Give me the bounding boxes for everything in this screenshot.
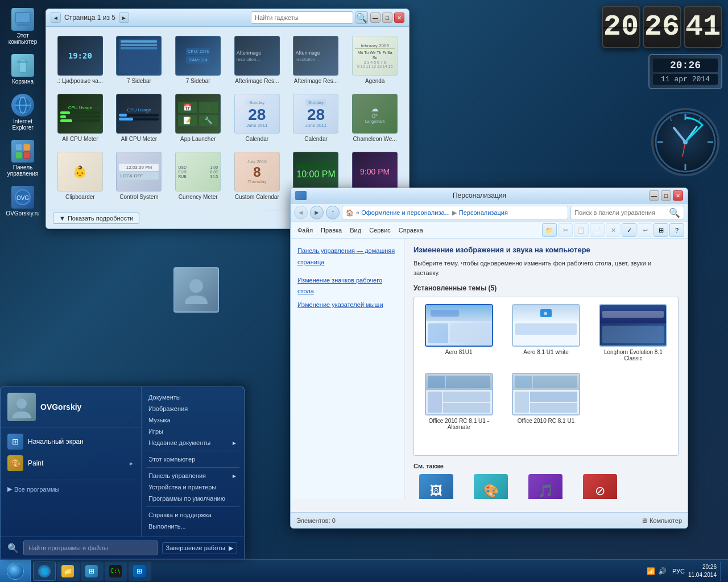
toolbar-btn-cut[interactable]: ✂ bbox=[558, 223, 573, 237]
taskbar-clock[interactable]: 20:26 11.04.2014 bbox=[688, 563, 717, 579]
pers-menu-edit[interactable]: Правка bbox=[317, 226, 345, 235]
gadget-item-7sidebar-1[interactable]: 7 Sidebar bbox=[112, 34, 167, 87]
desktop-icon-computer[interactable]: Этот компьютер bbox=[6, 6, 40, 47]
gadget-item-all-cpu-2[interactable]: CPU Usage All CPU Meter bbox=[112, 92, 167, 145]
taskbar-store-icon: ⊞ bbox=[85, 565, 98, 577]
gadget-item-agenda[interactable]: february 2009 Mo Tu We Th Fr Sa Su 2 3 4… bbox=[348, 34, 402, 87]
pers-breadcrumb-link-1[interactable]: « Оформление и персонализа... bbox=[356, 209, 450, 216]
desktop-icon-ie[interactable]: Internet Explorer bbox=[6, 92, 40, 133]
gadget-item-afterimage-1[interactable]: Afterimage resolution... Afterimage Res.… bbox=[230, 34, 284, 87]
pers-forward-btn[interactable]: ► bbox=[310, 206, 324, 219]
gadgets-maximize-btn[interactable]: □ bbox=[382, 13, 392, 23]
start-right-run[interactable]: Выполнить... bbox=[142, 521, 244, 532]
start-user-section: OVGorskiy bbox=[1, 387, 141, 427]
pers-sidebar-mouse-link[interactable]: Изменение указателей мыши bbox=[297, 300, 397, 311]
gadgets-search-input[interactable] bbox=[251, 11, 353, 24]
gadget-item-digital-clock[interactable]: 19:20 .: Цифровые ча... bbox=[53, 34, 107, 87]
gadget-item-clipboarder[interactable]: 👶 Clipboarder bbox=[53, 149, 107, 203]
theme-item-office1[interactable]: Office 2010 RC 8.1 U1 - Alternate bbox=[419, 371, 499, 433]
gadgets-close-btn[interactable]: ✕ bbox=[394, 13, 404, 23]
gadget-item-app-launcher[interactable]: 📅 ⚙ 📝 🔧 App Launcher bbox=[171, 92, 225, 145]
start-right-documents[interactable]: Документы bbox=[142, 392, 244, 403]
taskbar-item-win8[interactable]: ⊞ bbox=[129, 562, 151, 581]
pers-maximize-btn[interactable]: □ bbox=[661, 190, 671, 201]
gadgets-next-btn[interactable]: ► bbox=[119, 13, 129, 23]
theme-item-office2[interactable]: Office 2010 RC 8.1 U1 bbox=[506, 371, 586, 433]
theme-item-aero8white[interactable]: ⊞ Aero 8.1 U1 white bbox=[506, 302, 586, 364]
pers-titlebar: Персонализация — □ ✕ bbox=[291, 188, 688, 203]
tray-volume-icon[interactable]: 🔊 bbox=[658, 567, 667, 575]
pers-minimize-btn[interactable]: — bbox=[649, 190, 659, 201]
desktop-icon-link[interactable]: OVG OVGorskiy.ru bbox=[6, 184, 40, 219]
start-right-run-label: Выполнить... bbox=[148, 523, 186, 530]
toolbar-btn-help2[interactable]: ? bbox=[669, 223, 684, 237]
start-search-input[interactable] bbox=[23, 541, 158, 555]
start-button[interactable] bbox=[0, 560, 31, 583]
start-right-images[interactable]: Изображения bbox=[142, 403, 244, 414]
pers-close-btn[interactable]: ✕ bbox=[673, 190, 683, 201]
gadgets-search-button[interactable]: 🔍 bbox=[355, 11, 368, 24]
gadget-item-calendar-1[interactable]: Sunday 28 June 2011 Calendar bbox=[230, 92, 284, 145]
theme-item-aero81u1[interactable]: Aero 81U1 bbox=[419, 302, 499, 364]
pers-sidebar-home-link[interactable]: Панель управления — домашняя страница bbox=[297, 246, 397, 268]
see-also-color[interactable]: 🎨 Цвет Автоматически bbox=[468, 474, 514, 499]
toolbar-btn-undo[interactable]: ↩ bbox=[638, 223, 652, 237]
all-programs-btn[interactable]: ▶ Все программы bbox=[1, 483, 141, 496]
toolbar-btn-delete[interactable]: ✕ bbox=[606, 223, 621, 237]
start-right-computer[interactable]: Этот компьютер bbox=[142, 454, 244, 465]
start-right-documents-label: Документы bbox=[148, 394, 181, 401]
toolbar-btn-check[interactable]: ✓ bbox=[622, 223, 636, 237]
gadgets-minimize-btn[interactable]: — bbox=[370, 13, 380, 23]
start-item-paint[interactable]: 🎨 Paint ► bbox=[1, 452, 141, 474]
gadget-item-afterimage-2[interactable]: Afterimage resolution... Afterimage Res.… bbox=[289, 34, 344, 87]
desktop-icon-recycle[interactable]: Корзина bbox=[6, 52, 40, 87]
start-right-recent[interactable]: Недавние документы ► bbox=[142, 437, 244, 448]
see-also-section: См. также 🖼 Фон рабочего стола Слайд-шоу… bbox=[413, 463, 679, 499]
taskbar-item-cmd[interactable]: C:\ bbox=[105, 562, 127, 581]
start-right-control-panel[interactable]: Панель управления ► bbox=[142, 470, 244, 481]
pers-computer-icon: 🖥 bbox=[641, 517, 647, 524]
gadget-item-7sidebar-2[interactable]: CPU: 15% RAM: 2.4 7 Sidebar bbox=[171, 34, 225, 87]
pers-search-input[interactable] bbox=[574, 209, 669, 216]
pers-menu-file[interactable]: Файл bbox=[294, 226, 316, 235]
see-also-screensaver[interactable]: ⊘ Заставка Отсутствует bbox=[577, 474, 623, 499]
shutdown-button[interactable]: Завершение работы ▶ bbox=[162, 542, 237, 554]
taskbar-item-ie[interactable]: 🌐 bbox=[33, 562, 56, 581]
gadget-item-currency-meter[interactable]: USD1.00 EUR0.87 RUB36.5 Currency Meter bbox=[171, 149, 225, 203]
taskbar-date: 11.04.2014 bbox=[688, 571, 717, 579]
pers-sidebar-icons-link[interactable]: Изменение значков рабочего стола bbox=[297, 275, 397, 298]
start-right-devices[interactable]: Устройства и принтеры bbox=[142, 481, 244, 493]
show-details-button[interactable]: ▼ Показать подробности bbox=[53, 213, 139, 224]
gadgets-prev-btn[interactable]: ◄ bbox=[51, 13, 61, 23]
start-right-defaults[interactable]: Программы по умолчанию bbox=[142, 493, 244, 504]
gadget-item-chameleon[interactable]: ☁ 0° Langemark Chameleon We... bbox=[348, 92, 402, 145]
taskbar-lang[interactable]: РУС bbox=[672, 568, 685, 575]
start-right-games[interactable]: Игры bbox=[142, 426, 244, 437]
pers-menu-view[interactable]: Вид bbox=[346, 226, 365, 235]
gadget-item-calendar-2[interactable]: Sunday 28 June 2011 Calendar bbox=[289, 92, 344, 145]
gadgets-search: 🔍 — □ ✕ bbox=[251, 11, 404, 24]
show-desktop-btn[interactable] bbox=[720, 562, 723, 581]
themes-scroll[interactable]: Aero 81U1 ⊞ bbox=[413, 297, 679, 456]
toolbar-btn-properties[interactable]: ⊞ bbox=[653, 223, 668, 237]
toolbar-btn-paste[interactable]: 📄 bbox=[590, 223, 605, 237]
pers-back-btn[interactable]: ◄ bbox=[294, 206, 308, 219]
taskbar-item-explorer[interactable]: 📁 bbox=[57, 562, 80, 581]
start-right-help[interactable]: Справка и поддержка bbox=[142, 509, 244, 521]
pers-up-btn[interactable]: ↑ bbox=[326, 206, 340, 219]
toolbar-btn-folder[interactable]: 📁 bbox=[542, 223, 557, 237]
taskbar-item-winstore[interactable]: ⊞ bbox=[81, 562, 104, 581]
start-right-music[interactable]: Музыка bbox=[142, 414, 244, 426]
gadget-item-custom-calendar[interactable]: July 2010 8 Thursday Custom Calendar bbox=[230, 149, 284, 203]
start-item-screen[interactable]: ⊞ Начальный экран bbox=[1, 431, 141, 452]
toolbar-btn-copy[interactable]: 📋 bbox=[574, 223, 589, 237]
see-also-wallpaper[interactable]: 🖼 Фон рабочего стола Слайд-шоу bbox=[413, 474, 459, 499]
gadget-item-all-cpu-1[interactable]: CPU Usage All CPU Meter bbox=[53, 92, 107, 145]
pers-menu-service[interactable]: Сервис bbox=[366, 226, 394, 235]
theme-item-longhorn[interactable]: Longhorn Evolution 8.1 Classic bbox=[593, 302, 673, 364]
gadget-item-control-system[interactable]: 12:03:30 PM LOCK OFF Control System bbox=[112, 149, 167, 203]
desktop-icon-panel[interactable]: Панель управления bbox=[6, 138, 40, 179]
pers-menu-help[interactable]: Справка bbox=[395, 226, 427, 235]
see-also-sounds[interactable]: 🎵 Звуки По умолчанию bbox=[523, 474, 568, 499]
pers-breadcrumb-link-2[interactable]: Персонализация bbox=[459, 209, 508, 216]
